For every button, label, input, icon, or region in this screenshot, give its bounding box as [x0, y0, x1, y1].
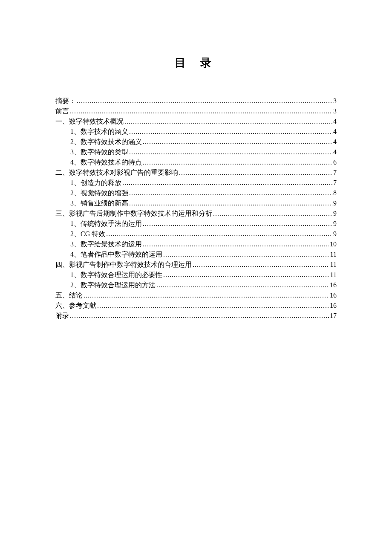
toc-dot-leader	[213, 208, 332, 219]
toc-entry-page: 10	[330, 239, 337, 249]
toc-entry-label: 2、CG 特效	[70, 229, 105, 239]
toc-dot-leader	[97, 301, 329, 311]
toc-entry-label: 4、笔者作品中数字特效的运用	[70, 249, 162, 260]
toc-dot-leader	[156, 280, 329, 290]
toc-entry-page: 11	[330, 249, 337, 260]
toc-entry-page: 11	[330, 270, 337, 280]
toc-entry-label: 五、结论	[55, 290, 83, 301]
toc-entry-label: 2、视觉特效的增强	[70, 188, 128, 198]
toc-entry: 一、数字特效技术概况4	[55, 116, 337, 127]
toc-dot-leader	[106, 229, 332, 239]
toc-entry-label: 3、数字特效的类型	[70, 147, 128, 157]
toc-entry-page: 17	[330, 311, 337, 321]
toc-entry-label: 1、创造力的释放	[70, 178, 121, 188]
toc-entry-label: 2、数字特效技术的涵义	[70, 137, 142, 147]
toc-entry-page: 9	[333, 208, 337, 219]
toc-entry-page: 11	[330, 260, 337, 270]
toc-dot-leader	[129, 147, 332, 157]
toc-entry: 五、结论16	[55, 290, 337, 301]
toc-entry-page: 3	[333, 96, 337, 106]
toc-entry-page: 16	[330, 290, 337, 301]
toc-entry: 前言3	[55, 106, 337, 116]
toc-dot-leader	[143, 219, 332, 229]
toc-dot-leader	[70, 311, 329, 321]
toc-entry-page: 4	[333, 137, 337, 147]
toc-dot-leader	[163, 249, 329, 260]
toc-entry: 2、CG 特效9	[55, 229, 337, 239]
toc-entry: 附录17	[55, 311, 337, 321]
toc-dot-leader	[129, 127, 332, 137]
toc-entry-label: 1、数字特效合理运用的必要性	[70, 270, 162, 280]
toc-entry-page: 4	[333, 127, 337, 137]
table-of-contents: 摘要：3前言3一、数字特效技术概况41、数字技术的涵义42、数字特效技术的涵义4…	[55, 96, 337, 321]
toc-dot-leader	[143, 239, 329, 249]
toc-entry-page: 16	[330, 280, 337, 290]
toc-entry-page: 16	[330, 301, 337, 311]
toc-entry: 3、数字特效的类型4	[55, 147, 337, 157]
toc-dot-leader	[143, 137, 332, 147]
toc-entry-page: 4	[333, 116, 337, 127]
toc-entry: 4、笔者作品中数字特效的运用11	[55, 249, 337, 260]
toc-entry-label: 一、数字特效技术概况	[55, 116, 124, 127]
toc-entry: 1、数字特效合理运用的必要性11	[55, 270, 337, 280]
toc-entry-label: 六、参考文献	[55, 301, 96, 311]
toc-entry: 2、数字特效技术的涵义4	[55, 137, 337, 147]
toc-entry-label: 3、销售业绩的新高	[70, 198, 128, 208]
toc-dot-leader	[179, 168, 332, 178]
page-title: 目 录	[55, 55, 337, 70]
toc-entry: 3、数字绘景技术的运用10	[55, 239, 337, 249]
toc-entry: 三、影视广告后期制作中数字特效技术的运用和分析9	[55, 208, 337, 219]
toc-dot-leader	[129, 188, 332, 198]
toc-dot-leader	[193, 260, 329, 270]
toc-entry: 2、视觉特效的增强8	[55, 188, 337, 198]
toc-entry-label: 4、数字特效技术的特点	[70, 157, 142, 168]
toc-entry-label: 摘要：	[55, 96, 76, 106]
toc-dot-leader	[143, 157, 332, 168]
toc-dot-leader	[163, 270, 329, 280]
toc-entry: 1、创造力的释放7	[55, 178, 337, 188]
toc-entry-page: 7	[333, 168, 337, 178]
toc-entry-page: 3	[333, 106, 337, 116]
toc-entry-label: 附录	[55, 311, 69, 321]
toc-entry-page: 8	[333, 188, 337, 198]
toc-entry: 3、销售业绩的新高9	[55, 198, 337, 208]
toc-entry-label: 四、影视广告制作中数字特效技术的合理运用	[55, 260, 192, 270]
toc-entry: 二、数字特效技术对影视广告的重要影响7	[55, 168, 337, 178]
toc-dot-leader	[122, 178, 332, 188]
toc-entry-label: 1、数字技术的涵义	[70, 127, 128, 137]
toc-entry-label: 3、数字绘景技术的运用	[70, 239, 142, 249]
toc-dot-leader	[84, 290, 329, 301]
toc-entry: 1、传统特效手法的运用9	[55, 219, 337, 229]
toc-entry: 四、影视广告制作中数字特效技术的合理运用11	[55, 260, 337, 270]
toc-entry-label: 2、数字特效合理运用的方法	[70, 280, 156, 290]
toc-dot-leader	[77, 96, 332, 106]
toc-entry-page: 9	[333, 229, 337, 239]
toc-entry-page: 6	[333, 157, 337, 168]
toc-dot-leader	[129, 198, 332, 208]
toc-dot-leader	[70, 106, 332, 116]
toc-entry-page: 9	[333, 198, 337, 208]
toc-entry-page: 9	[333, 219, 337, 229]
toc-entry: 2、数字特效合理运用的方法16	[55, 280, 337, 290]
toc-entry-label: 1、传统特效手法的运用	[70, 219, 142, 229]
toc-entry-label: 二、数字特效技术对影视广告的重要影响	[55, 168, 178, 178]
toc-entry-label: 前言	[55, 106, 69, 116]
toc-entry-page: 4	[333, 147, 337, 157]
toc-entry: 4、数字特效技术的特点6	[55, 157, 337, 168]
toc-entry: 摘要：3	[55, 96, 337, 106]
toc-entry-page: 7	[333, 178, 337, 188]
toc-entry-label: 三、影视广告后期制作中数字特效技术的运用和分析	[55, 208, 212, 219]
toc-dot-leader	[124, 116, 332, 127]
toc-entry: 六、参考文献16	[55, 301, 337, 311]
toc-entry: 1、数字技术的涵义4	[55, 127, 337, 137]
